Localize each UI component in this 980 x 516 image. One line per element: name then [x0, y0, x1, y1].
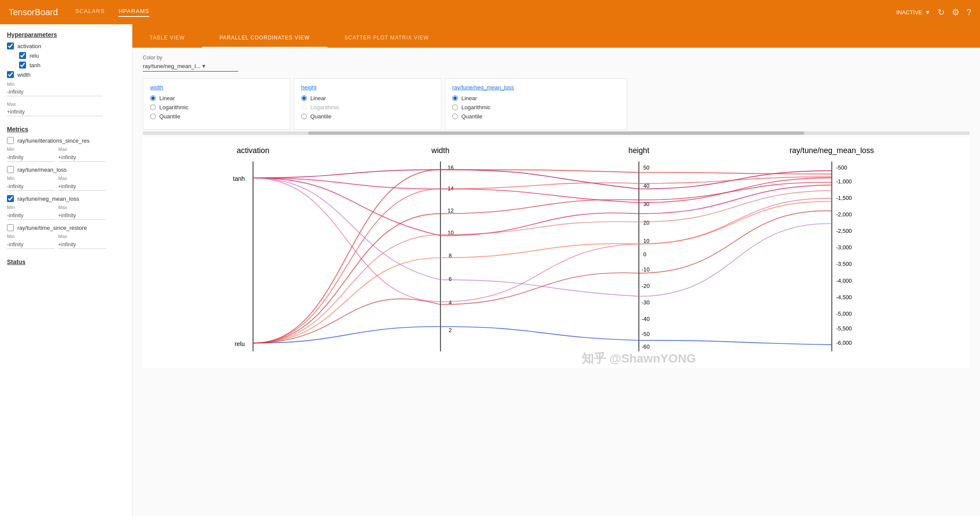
height-linear-label: Linear [310, 95, 326, 101]
color-by-value: ray/tune/neg_mean_l... [143, 63, 201, 69]
width-label: width [17, 72, 30, 78]
metric4-max-label: Max [58, 234, 106, 239]
reload-icon[interactable]: ↻ [937, 7, 945, 17]
nml-tick-4500: -4,500 [836, 294, 852, 300]
metric2-min-input[interactable] [7, 183, 55, 191]
nml-linear-option[interactable]: Linear [452, 95, 620, 101]
height-tick-n50: -50 [641, 331, 649, 337]
width-max-label: Max [7, 101, 16, 107]
axis-label-activation: activation [237, 146, 269, 155]
nml-linear-radio[interactable] [452, 95, 458, 101]
axis-cards-container: width Linear Logarithmic Quantile [132, 75, 980, 130]
height-tick-50: 50 [643, 165, 649, 171]
tanh-row: tanh [19, 62, 125, 69]
metric1-min-input[interactable] [7, 153, 55, 162]
width-log-option[interactable]: Logarithmic [150, 104, 283, 111]
width-row: width [7, 71, 125, 78]
height-log-radio [301, 105, 307, 110]
color-by-dropdown[interactable]: ray/tune/neg_mean_l... ▾ [143, 62, 238, 72]
width-max-input[interactable] [7, 108, 102, 116]
nml-tick-500: -500 [836, 165, 847, 171]
metric1-minmax: Min Max [7, 147, 125, 162]
metrics-title: Metrics [7, 126, 125, 133]
metric3-minmax: Min Max [7, 205, 125, 220]
metric3-checkbox[interactable] [7, 195, 14, 202]
status-dropdown[interactable]: INACTIVE ▼ [896, 9, 931, 16]
axis-card-neg-mean-loss: ray/tune/neg_mean_loss Linear Logarithmi… [445, 78, 627, 130]
tab-bar: TABLE VIEW PARALLEL COORDINATES VIEW SCA… [132, 24, 980, 48]
metric4-label: ray/tune/time_since_restore [17, 225, 87, 231]
nml-log-radio[interactable] [452, 105, 458, 110]
height-linear-option[interactable]: Linear [301, 95, 434, 101]
metric4-checkbox[interactable] [7, 224, 14, 231]
nml-tick-6000: -6,000 [836, 340, 852, 346]
color-by-section: Color by ray/tune/neg_mean_l... ▾ [132, 48, 980, 75]
nav-hparams[interactable]: HPARAMS [118, 8, 149, 17]
axis-scroll-thumb [308, 131, 804, 135]
nml-quantile-radio[interactable] [452, 114, 458, 119]
width-linear-option[interactable]: Linear [150, 95, 283, 101]
width-quantile-label: Quantile [159, 113, 180, 120]
width-quantile-radio[interactable] [150, 114, 156, 119]
activation-tanh-label: tanh [233, 175, 245, 182]
metric1-max-label: Max [58, 147, 106, 152]
axis-scroll-track[interactable] [143, 131, 970, 135]
metric2-max-label: Max [58, 176, 106, 181]
layout: Hyperparameters activation relu tanh wid… [0, 24, 980, 516]
tab-scatter-plot[interactable]: SCATTER PLOT MATRIX VIEW [327, 35, 446, 48]
axis-card-height: height Linear Logarithmic Quantile [294, 78, 441, 130]
width-linear-radio[interactable] [150, 95, 156, 101]
width-quantile-option[interactable]: Quantile [150, 113, 283, 120]
nml-quantile-option[interactable]: Quantile [452, 113, 620, 120]
height-tick-n40: -40 [641, 316, 649, 322]
width-linear-label: Linear [159, 95, 175, 101]
height-quantile-option[interactable]: Quantile [301, 113, 434, 120]
metric2-max-input[interactable] [58, 183, 106, 191]
activation-nested: relu tanh [7, 52, 125, 69]
nml-tick-2000: -2,000 [836, 212, 852, 218]
metric2-checkbox[interactable] [7, 166, 14, 173]
width-min-input-wrap [7, 88, 125, 96]
width-min-input[interactable] [7, 88, 102, 96]
axis-label-height: height [628, 146, 649, 155]
hyperparameters-title: Hyperparameters [7, 31, 125, 38]
tab-table-view[interactable]: TABLE VIEW [132, 35, 202, 48]
metric3-min-input[interactable] [7, 212, 55, 220]
metric3-max-input[interactable] [58, 212, 106, 220]
settings-icon[interactable]: ⚙ [952, 7, 960, 17]
height-tick-40: 40 [643, 183, 649, 189]
metric4-min-label: Min [7, 234, 55, 239]
status-title: Status [7, 258, 125, 265]
metric4-minmax: Min Max [7, 234, 125, 249]
color-by-label: Color by [143, 55, 970, 61]
width-tick-6: 6 [449, 276, 452, 282]
nml-log-option[interactable]: Logarithmic [452, 104, 620, 111]
metric1-checkbox[interactable] [7, 137, 14, 144]
app-title: TensorBoard [9, 7, 58, 17]
metric4-min-input[interactable] [7, 241, 55, 249]
metric4-max-input[interactable] [58, 241, 106, 249]
tab-parallel-coordinates[interactable]: PARALLEL COORDINATES VIEW [202, 35, 327, 48]
help-icon[interactable]: ? [967, 7, 971, 17]
tanh-checkbox[interactable] [19, 62, 26, 69]
nml-tick-1000: -1,000 [836, 179, 852, 185]
metric3-min-label: Min [7, 205, 55, 210]
nml-tick-3500: -3,500 [836, 261, 852, 267]
width-checkbox[interactable] [7, 71, 14, 78]
topbar-nav: SCALARS HPARAMS [75, 8, 149, 17]
nav-scalars[interactable]: SCALARS [75, 8, 105, 17]
chart-wrapper: activation width height ray/tune/neg_mea… [132, 137, 980, 368]
main-content: TABLE VIEW PARALLEL COORDINATES VIEW SCA… [132, 24, 980, 516]
nml-tick-3000: -3,000 [836, 245, 852, 251]
height-tick-n60: -60 [641, 344, 649, 350]
parallel-coordinates-chart: activation width height ray/tune/neg_mea… [132, 137, 980, 368]
width-log-radio[interactable] [150, 105, 156, 110]
metric1-max-input[interactable] [58, 153, 106, 162]
height-quantile-radio[interactable] [301, 114, 307, 119]
watermark-text: 知乎 @ShawnYONG [581, 352, 696, 365]
metric1-row: ray/tune/iterations_since_res [7, 137, 125, 144]
height-linear-radio[interactable] [301, 95, 307, 101]
axis-card-width: width Linear Logarithmic Quantile [143, 78, 290, 130]
activation-checkbox[interactable] [7, 42, 14, 49]
relu-checkbox[interactable] [19, 52, 26, 59]
